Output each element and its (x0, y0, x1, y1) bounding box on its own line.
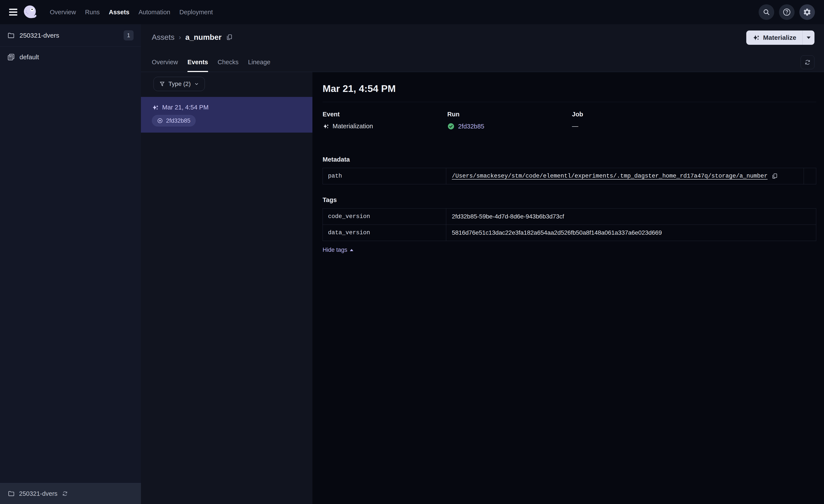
event-list-panel: Type (2) Mar 21, 4:54 PM 2fd32b85 (141, 72, 312, 504)
metadata-actions-cell (804, 168, 816, 184)
caret-down-icon (807, 36, 811, 39)
metadata-path-link[interactable]: /Users/smackesey/stm/code/elementl/exper… (452, 173, 767, 179)
nav-item-assets[interactable]: Assets (109, 9, 129, 16)
metadata-key: path (323, 168, 446, 184)
breadcrumb-separator: › (179, 33, 181, 41)
copy-icon (226, 34, 233, 41)
tab-lineage[interactable]: Lineage (248, 58, 271, 72)
repo-icon (7, 53, 15, 61)
type-filter-button[interactable]: Type (2) (153, 77, 205, 91)
asset-groups-sidebar: 250321-dvers 1 default 250321-dvers (0, 24, 141, 504)
folder-icon (8, 490, 15, 497)
materialize-button[interactable]: Materialize (746, 30, 802, 45)
metadata-table: path /Users/smackesey/stm/code/elementl/… (323, 168, 816, 184)
event-column-label: Event (323, 111, 447, 118)
event-column: Event Materialization (323, 111, 447, 130)
tag-key: data_version (323, 225, 446, 241)
job-column: Job — (572, 111, 697, 130)
event-timestamp: Mar 21, 4:54 PM (162, 104, 208, 111)
navbar-actions (758, 4, 815, 20)
materialization-sparkle-icon (152, 104, 159, 111)
sidebar-item-group[interactable]: 250321-dvers 1 (0, 24, 141, 47)
primary-nav: Overview Runs Assets Automation Deployme… (50, 9, 213, 16)
materialize-split-button: Materialize (746, 30, 815, 45)
event-list-item[interactable]: Mar 21, 4:54 PM 2fd32b85 (141, 97, 312, 133)
nav-item-overview[interactable]: Overview (50, 9, 76, 16)
nav-item-runs[interactable]: Runs (85, 9, 100, 16)
materialize-dropdown-button[interactable] (802, 30, 815, 45)
copy-asset-name-button[interactable] (226, 34, 233, 41)
run-column-label: Run (447, 111, 572, 118)
run-id-link[interactable]: 2fd32b85 (458, 123, 484, 130)
success-check-icon (447, 123, 455, 130)
page-title: a_number (185, 33, 221, 41)
job-column-label: Job (572, 111, 697, 118)
asset-tabs: Overview Events Checks Lineage (152, 58, 271, 72)
breadcrumb-assets-link[interactable]: Assets (152, 33, 175, 41)
event-detail-title: Mar 21, 4:54 PM (323, 83, 816, 95)
hamburger-icon[interactable] (9, 7, 17, 17)
metadata-heading: Metadata (323, 156, 816, 163)
sidebar-item-default-repo[interactable]: default (0, 47, 141, 68)
folder-icon (7, 32, 15, 39)
filter-icon (159, 81, 165, 87)
nav-item-deployment[interactable]: Deployment (179, 9, 213, 16)
table-row: code_version 2fd32b85-59be-4d7d-8d6e-943… (323, 209, 816, 225)
event-run-id: 2fd32b85 (166, 117, 191, 124)
settings-button[interactable] (799, 4, 815, 20)
event-detail-pane: Mar 21, 4:54 PM Event Materialization Ru… (312, 72, 824, 504)
breadcrumb: Assets › a_number (152, 33, 233, 41)
event-run-badge[interactable]: 2fd32b85 (152, 115, 196, 127)
tab-events[interactable]: Events (188, 58, 208, 72)
chevron-down-icon (194, 82, 199, 86)
event-summary-columns: Event Materialization Run 2fd32b85 (323, 111, 816, 130)
materialization-sparkle-icon (323, 123, 329, 130)
help-button[interactable] (779, 4, 795, 20)
tag-value: 5816d76e51c13dac22e3fa182a654aa2d526fb50… (446, 225, 816, 241)
copy-icon[interactable] (771, 173, 778, 179)
gear-icon (803, 8, 811, 16)
hide-tags-label: Hide tags (323, 247, 347, 253)
asset-header: Assets › a_number Materialize (141, 24, 824, 72)
run-circle-icon (157, 118, 163, 124)
search-button[interactable] (758, 4, 774, 20)
sidebar-group-label: 250321-dvers (19, 32, 59, 39)
refresh-events-button[interactable] (801, 55, 815, 69)
code-location-footer[interactable]: 250321-dvers (0, 483, 141, 504)
asset-count-badge: 1 (124, 30, 133, 40)
help-icon (783, 8, 791, 16)
sidebar-repo-label: default (19, 53, 39, 61)
hide-tags-caret-icon (350, 249, 353, 251)
search-icon (762, 8, 770, 16)
tags-table: code_version 2fd32b85-59be-4d7d-8d6e-943… (323, 208, 816, 241)
materialize-button-label: Materialize (763, 34, 796, 41)
tab-overview[interactable]: Overview (152, 58, 178, 72)
reload-location-button[interactable] (62, 490, 68, 497)
top-navbar: Overview Runs Assets Automation Deployme… (0, 0, 824, 24)
tag-value: 2fd32b85-59be-4d7d-8d6e-943b6b3d73cf (446, 209, 816, 225)
metadata-value-cell: /Users/smackesey/stm/code/elementl/exper… (446, 168, 804, 184)
run-column: Run 2fd32b85 (447, 111, 572, 130)
tab-checks[interactable]: Checks (218, 58, 238, 72)
type-filter-label: Type (2) (169, 81, 191, 87)
dagster-logo[interactable] (23, 5, 38, 19)
code-location-label: 250321-dvers (19, 490, 58, 497)
event-item-header: Mar 21, 4:54 PM (152, 104, 312, 111)
tag-key: code_version (323, 209, 446, 225)
tags-heading: Tags (323, 197, 816, 204)
table-row: path /Users/smackesey/stm/code/elementl/… (323, 168, 816, 184)
refresh-icon (62, 490, 68, 497)
hide-tags-link[interactable]: Hide tags (323, 247, 353, 253)
filter-row: Type (2) (141, 72, 312, 91)
refresh-icon (804, 59, 811, 66)
event-type-value: Materialization (332, 123, 373, 130)
nav-item-automation[interactable]: Automation (138, 9, 171, 16)
materialization-sparkle-icon (752, 34, 760, 41)
job-value: — (572, 123, 578, 130)
table-row: data_version 5816d76e51c13dac22e3fa182a6… (323, 225, 816, 241)
